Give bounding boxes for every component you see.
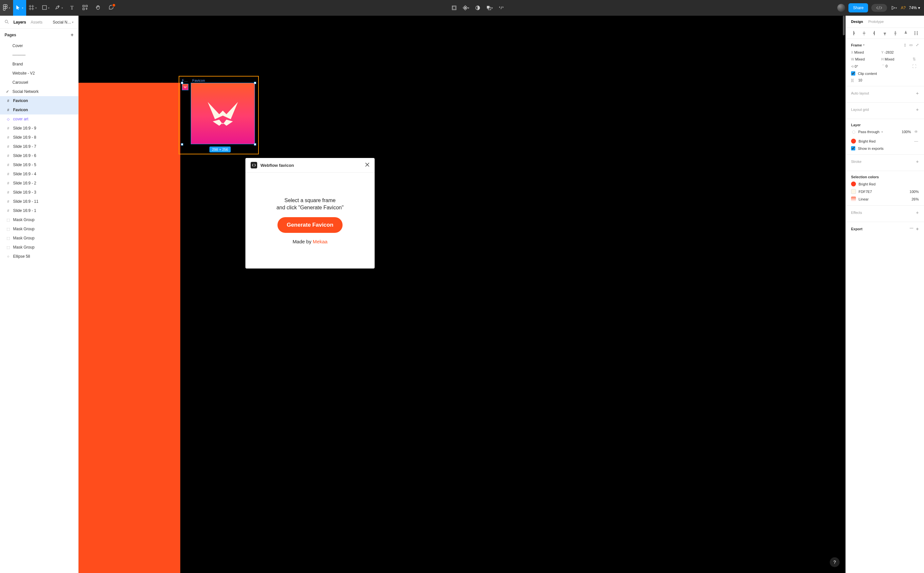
- shape-tool[interactable]: ▾: [39, 0, 52, 16]
- fill-swatch[interactable]: [851, 139, 856, 144]
- distribute-icon[interactable]: ┇┇: [913, 31, 919, 35]
- tab-assets[interactable]: Assets: [31, 20, 42, 25]
- layer-row[interactable]: ◇cover art: [0, 114, 78, 124]
- fill-name[interactable]: Bright Red: [858, 139, 875, 143]
- selection-handle[interactable]: [181, 82, 183, 84]
- layer-row[interactable]: #Slide 16:9 - 5: [0, 160, 78, 169]
- page-row[interactable]: ----------: [0, 50, 78, 59]
- radius-value[interactable]: 0: [886, 64, 888, 68]
- page-row[interactable]: ✓Social Network: [0, 87, 78, 96]
- help-button[interactable]: ?: [830, 557, 839, 567]
- dev-mode-toggle[interactable]: [871, 4, 887, 12]
- layer-row[interactable]: #Slide 16:9 - 11: [0, 197, 78, 206]
- h-value[interactable]: Mixed: [885, 57, 894, 61]
- tab-prototype[interactable]: Prototype: [868, 20, 884, 23]
- layer-row[interactable]: #Slide 16:9 - 2: [0, 178, 78, 188]
- fit-icon[interactable]: ⤢: [916, 43, 919, 47]
- layer-row[interactable]: #Favicon: [0, 105, 78, 114]
- share-button[interactable]: Share: [849, 3, 868, 13]
- layer-row[interactable]: ⬚Mask Group: [0, 233, 78, 243]
- move-tool[interactable]: ▾: [13, 0, 26, 16]
- plugin-close-button[interactable]: [365, 162, 369, 168]
- boolean-icon[interactable]: ▾: [486, 4, 493, 11]
- layer-row[interactable]: #Slide 16:9 - 6: [0, 151, 78, 160]
- selection-handle[interactable]: [254, 143, 256, 146]
- add-export-button[interactable]: +: [916, 226, 919, 232]
- add-layout-grid-button[interactable]: +: [916, 106, 919, 112]
- page-row[interactable]: Website - V2: [0, 69, 78, 78]
- search-icon[interactable]: [5, 20, 9, 25]
- remove-fill-icon[interactable]: —: [913, 139, 919, 144]
- tab-layers[interactable]: Layers: [13, 20, 26, 25]
- link-dimensions-icon[interactable]: ⇅: [911, 57, 917, 61]
- pen-tool[interactable]: ▾: [52, 0, 66, 16]
- zoom-level[interactable]: 74%▾: [909, 6, 920, 10]
- add-effect-button[interactable]: +: [916, 210, 919, 215]
- favicon-frame-small[interactable]: [182, 84, 188, 90]
- resources-tool[interactable]: [78, 0, 92, 16]
- align-bottom-icon[interactable]: ┻: [903, 31, 908, 35]
- align-vcenter-icon[interactable]: ╫: [893, 31, 898, 35]
- selection-handle[interactable]: [254, 82, 256, 84]
- layer-row[interactable]: ⬚Mask Group: [0, 224, 78, 233]
- frame-title[interactable]: Frame▾: [851, 43, 864, 47]
- avatar[interactable]: [837, 4, 845, 12]
- align-top-icon[interactable]: ┳: [882, 31, 887, 35]
- mask-icon[interactable]: [474, 4, 481, 11]
- layer-row[interactable]: #Slide 16:9 - 3: [0, 188, 78, 197]
- text-tool[interactable]: T: [66, 0, 78, 16]
- page-row[interactable]: Cover: [0, 41, 78, 50]
- x-value[interactable]: Mixed: [854, 50, 864, 54]
- components-icon[interactable]: ▾: [462, 4, 469, 11]
- comment-tool[interactable]: [105, 0, 118, 16]
- y-value[interactable]: -2832: [885, 50, 894, 54]
- generate-favicon-button[interactable]: Generate Favicon: [278, 217, 343, 233]
- align-hcenter-icon[interactable]: ╪: [861, 31, 867, 35]
- add-stroke-button[interactable]: +: [916, 159, 919, 164]
- add-page-button[interactable]: +: [71, 32, 74, 38]
- landscape-icon[interactable]: ▭: [909, 43, 913, 47]
- portrait-icon[interactable]: ▯: [904, 43, 906, 47]
- opacity-value[interactable]: 100%: [902, 130, 911, 134]
- main-menu-button[interactable]: ▾: [0, 0, 13, 16]
- layer-row[interactable]: ⬚Mask Group: [0, 243, 78, 252]
- credit-link[interactable]: Mekaa: [313, 239, 328, 244]
- missing-fonts-indicator[interactable]: A?: [901, 6, 906, 10]
- hand-tool[interactable]: [92, 0, 105, 16]
- dev-frame-icon[interactable]: [450, 4, 458, 11]
- page-selector[interactable]: Social N…▾: [53, 20, 74, 25]
- layer-row[interactable]: #Slide 16:9 - 7: [0, 142, 78, 151]
- link-icon[interactable]: [498, 4, 505, 11]
- selection-color-row[interactable]: Linear26%: [851, 197, 919, 202]
- layer-row[interactable]: ○Ellipse 58: [0, 252, 78, 261]
- selection-color-row[interactable]: Bright Red: [851, 182, 919, 186]
- independent-corners-icon[interactable]: ⛶: [911, 64, 917, 69]
- frame-tool[interactable]: ▾: [26, 0, 39, 16]
- page-row[interactable]: Brand: [0, 59, 78, 69]
- blend-mode[interactable]: Pass through: [858, 130, 880, 134]
- clip-content-checkbox[interactable]: [851, 71, 855, 75]
- show-in-exports-checkbox[interactable]: [851, 146, 855, 150]
- layer-row[interactable]: #Slide 16:9 - 9: [0, 124, 78, 133]
- selection-handle[interactable]: [181, 143, 183, 146]
- canvas[interactable]: F… Favicon 298 × 256 Webflow favicon: [78, 16, 846, 573]
- tab-design[interactable]: Design: [851, 20, 863, 23]
- layer-row[interactable]: #Slide 16:9 - 1: [0, 206, 78, 215]
- rotation-value[interactable]: 0°: [855, 64, 858, 68]
- layer-row[interactable]: #Slide 16:9 - 4: [0, 169, 78, 178]
- remove-export-button[interactable]: —: [910, 226, 913, 232]
- present-button[interactable]: ▾: [890, 4, 897, 11]
- w-value[interactable]: Mixed: [855, 57, 865, 61]
- page-row[interactable]: Carousel: [0, 78, 78, 87]
- layer-row[interactable]: #Slide 16:9 - 8: [0, 133, 78, 142]
- align-left-icon[interactable]: ┣: [851, 31, 856, 35]
- scrollbar[interactable]: [843, 16, 845, 35]
- gap-value[interactable]: 10: [858, 78, 862, 82]
- layer-row[interactable]: #Favicon: [0, 96, 78, 105]
- add-auto-layout-button[interactable]: +: [916, 90, 919, 96]
- align-right-icon[interactable]: ┫: [872, 31, 877, 35]
- visibility-icon[interactable]: 👁: [913, 130, 919, 134]
- layer-row[interactable]: ⬚Mask Group: [0, 215, 78, 224]
- favicon-frame-large[interactable]: [191, 83, 255, 144]
- selection-color-row[interactable]: FDF7E7100%: [851, 189, 919, 194]
